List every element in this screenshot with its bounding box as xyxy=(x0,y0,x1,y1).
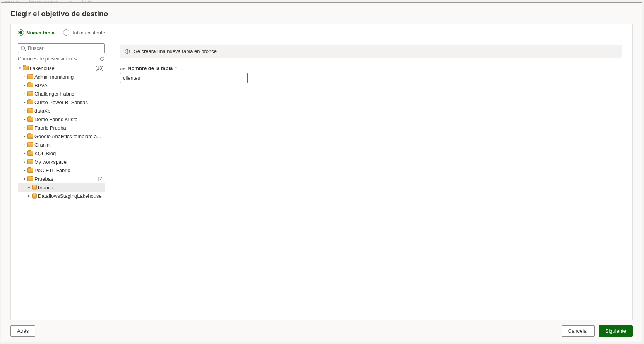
svg-point-3 xyxy=(127,50,128,51)
text-type-icon: ABC xyxy=(120,66,125,71)
caret-right-icon: ▸ xyxy=(22,83,26,87)
table-name-label: Nombre de la tabla xyxy=(128,65,173,71)
caret-right-icon: ▸ xyxy=(22,168,26,172)
lakehouse-icon xyxy=(32,193,37,199)
caret-right-icon: ▸ xyxy=(22,75,26,79)
dialog-card: Nueva tabla Tabla existente Opciones de … xyxy=(10,24,633,320)
caret-right-icon: ▸ xyxy=(22,143,26,147)
caret-right-icon: ▸ xyxy=(22,126,26,130)
folder-icon xyxy=(27,151,33,156)
tree-item[interactable]: ▸Fabric Prueba xyxy=(18,123,105,132)
caret-down-icon: ▾ xyxy=(22,177,26,181)
search-input[interactable] xyxy=(28,45,102,51)
table-mode-radios: Nueva tabla Tabla existente xyxy=(11,24,632,39)
svg-rect-4 xyxy=(127,51,127,53)
search-box[interactable] xyxy=(18,43,105,53)
radio-new-table-label: Nueva tabla xyxy=(26,30,55,36)
svg-point-0 xyxy=(21,46,25,50)
folder-icon xyxy=(23,66,29,70)
tree-item[interactable]: ▸PoC ETL Fabric xyxy=(18,166,105,175)
tree-item[interactable]: ▸bronce xyxy=(18,183,105,192)
tree-item-label: Curso Power BI Sanitas xyxy=(34,99,105,105)
display-options[interactable]: Opciones de presentación xyxy=(18,56,105,62)
lakehouse-icon xyxy=(32,185,37,190)
folder-icon xyxy=(27,168,33,173)
tree-item[interactable]: ▸Challenger Fabric xyxy=(18,89,105,98)
tree-item-label: Fabric Prueba xyxy=(34,125,105,131)
tree-item-label: My workspace xyxy=(34,159,105,165)
tree-item-label: Demo Fabric Kusto xyxy=(34,116,105,122)
chevron-down-icon xyxy=(73,56,79,62)
folder-icon xyxy=(27,117,33,122)
folder-icon xyxy=(27,125,33,130)
dialog-title: Elegir el objetivo de destino xyxy=(1,3,642,24)
tree-item[interactable]: ▸Google Analytics template a... xyxy=(18,132,105,140)
tree-item-label: bronce xyxy=(38,185,105,190)
next-button[interactable]: Siguiente xyxy=(599,325,633,337)
radio-selected-icon xyxy=(18,29,24,36)
info-icon xyxy=(125,49,130,54)
tree-item-label: Granini xyxy=(34,142,105,148)
folder-icon xyxy=(27,142,33,147)
caret-right-icon: ▸ xyxy=(22,117,26,121)
folder-icon xyxy=(27,83,33,87)
tree-item-label: KQL Blog xyxy=(34,151,105,156)
tree-item-label: PoC ETL Fabric xyxy=(34,168,105,173)
cancel-button[interactable]: Cancelar xyxy=(562,325,595,337)
tree-item[interactable]: ▸BPVA xyxy=(18,81,105,89)
destination-dialog: Elegir el objetivo de destino Nueva tabl… xyxy=(1,2,642,342)
folder-icon xyxy=(27,91,33,96)
caret-right-icon: ▸ xyxy=(22,151,26,155)
tree-item-label: Challenger Fabric xyxy=(34,91,105,97)
display-options-label: Opciones de presentación xyxy=(18,56,72,62)
tree-item[interactable]: ▸Admin monitoring xyxy=(18,72,105,81)
radio-unselected-icon xyxy=(63,29,69,36)
caret-down-icon: ▾ xyxy=(18,66,22,70)
tree-item[interactable]: ▸Curso Power BI Sanitas xyxy=(18,98,105,106)
tree-item-label: Pruebas xyxy=(34,176,97,182)
tree-item[interactable]: ▸DataflowsStagingLakehouse xyxy=(18,192,105,200)
caret-right-icon: ▸ xyxy=(22,92,26,96)
required-asterisk: * xyxy=(175,65,177,71)
caret-right-icon: ▸ xyxy=(27,194,31,198)
folder-icon xyxy=(27,134,33,139)
dialog-footer: Atrás Cancelar Siguiente xyxy=(1,320,642,342)
tree-root-count: [13] xyxy=(96,65,105,71)
refresh-icon[interactable] xyxy=(99,56,105,62)
svg-text:C: C xyxy=(124,68,125,70)
caret-right-icon: ▸ xyxy=(27,185,31,189)
radio-new-table[interactable]: Nueva tabla xyxy=(18,29,55,36)
tree-root-label: Lakehouse xyxy=(30,65,94,71)
folder-icon xyxy=(27,176,33,181)
table-name-field: ABC Nombre de la tabla * xyxy=(120,65,622,83)
info-text: Se creará una nueva tabla en bronce xyxy=(134,48,217,54)
sidebar: Opciones de presentación ▾ Lakehouse [13… xyxy=(12,39,109,320)
tree-item[interactable]: ▸Demo Fabric Kusto xyxy=(18,115,105,123)
search-icon xyxy=(21,46,26,51)
info-bar: Se creará una nueva tabla en bronce xyxy=(120,45,622,58)
table-name-label-row: ABC Nombre de la tabla * xyxy=(120,65,622,71)
svg-line-1 xyxy=(24,49,26,51)
tree-item[interactable]: ▸My workspace xyxy=(18,157,105,166)
folder-icon xyxy=(27,100,33,104)
workspace-tree: ▾ Lakehouse [13] ▸Admin monitoring▸BPVA▸… xyxy=(18,64,105,200)
caret-right-icon: ▸ xyxy=(22,160,26,164)
tree-item-label: Admin monitoring xyxy=(34,74,105,80)
caret-right-icon: ▸ xyxy=(22,100,26,104)
tree-item[interactable]: ▸Granini xyxy=(18,140,105,149)
main-panel: Se creará una nueva tabla en bronce ABC … xyxy=(109,39,632,320)
folder-icon xyxy=(27,159,33,164)
table-name-input[interactable] xyxy=(120,73,248,83)
radio-existing-table-label: Tabla existente xyxy=(72,30,105,36)
radio-existing-table[interactable]: Tabla existente xyxy=(63,29,105,36)
tree-root-lakehouse[interactable]: ▾ Lakehouse [13] xyxy=(18,64,105,72)
tree-item-label: Google Analytics template a... xyxy=(34,133,105,139)
back-button[interactable]: Atrás xyxy=(10,325,35,337)
folder-icon xyxy=(27,74,33,79)
tree-item-label: BPVA xyxy=(34,82,105,88)
tree-item-pruebas[interactable]: ▾ Pruebas [2] xyxy=(18,175,105,183)
tree-item-label: DataflowsStagingLakehouse xyxy=(38,193,105,199)
tree-item-count: [2] xyxy=(98,176,105,181)
tree-item[interactable]: ▸dataXbi xyxy=(18,106,105,115)
tree-item[interactable]: ▸KQL Blog xyxy=(18,149,105,157)
